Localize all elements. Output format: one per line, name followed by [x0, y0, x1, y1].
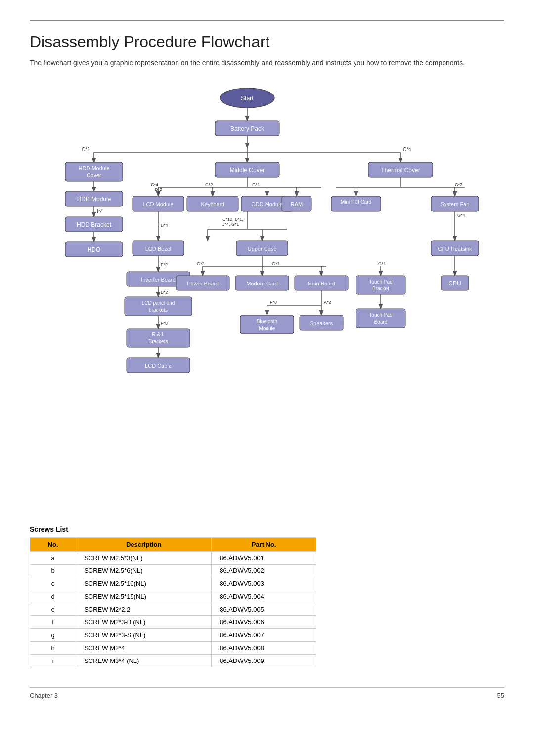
svg-text:Cover: Cover — [87, 172, 101, 178]
svg-text:J*4, G*1: J*4, G*1 — [222, 222, 239, 227]
svg-text:R & L: R & L — [152, 332, 164, 337]
svg-text:F*8: F*8 — [161, 321, 168, 326]
svg-text:RAM: RAM — [291, 201, 303, 207]
svg-text:Board: Board — [374, 319, 388, 325]
table-row: bSCREW M2.5*6(NL)86.ADWV5.002 — [30, 565, 316, 577]
svg-text:C*4: C*4 — [151, 182, 158, 187]
svg-text:G*2: G*2 — [197, 261, 205, 266]
svg-text:I*4: I*4 — [97, 209, 103, 214]
svg-rect-106 — [356, 309, 405, 328]
svg-rect-102 — [125, 297, 192, 316]
svg-rect-111 — [127, 329, 190, 347]
table-row: eSCREW M2*2.286.ADWV5.005 — [30, 603, 316, 616]
svg-text:G*4: G*4 — [457, 213, 465, 218]
svg-text:System Fan: System Fan — [441, 201, 470, 207]
svg-text:C*2: C*2 — [455, 182, 462, 187]
svg-text:CPU Heatsink: CPU Heatsink — [438, 246, 472, 252]
svg-text:brackets: brackets — [149, 307, 168, 313]
svg-text:Touch Pad: Touch Pad — [369, 312, 392, 318]
svg-text:Bluetooth: Bluetooth — [257, 319, 277, 324]
page-subtitle: The flowchart gives you a graphic repres… — [30, 58, 504, 68]
svg-text:LCD panel and: LCD panel and — [142, 300, 175, 306]
svg-text:F*8: F*8 — [270, 300, 277, 305]
svg-text:CPU: CPU — [448, 280, 461, 287]
table-row: fSCREW M2*3-B (NL)86.ADWV5.006 — [30, 616, 316, 629]
svg-text:Touch Pad: Touch Pad — [369, 279, 392, 284]
flowchart: Start Battery Pack C*2 C*4 HDD Module Co… — [30, 83, 504, 506]
svg-text:Battery Pack: Battery Pack — [230, 125, 265, 132]
svg-text:G*2: G*2 — [205, 182, 213, 187]
svg-text:F*2: F*2 — [161, 262, 168, 267]
svg-text:LCD Cable: LCD Cable — [145, 363, 172, 369]
svg-text:Module: Module — [259, 326, 275, 331]
table-row: aSCREW M2.5*3(NL)86.ADWV5.001 — [30, 552, 316, 565]
svg-text:ODD Module: ODD Module — [251, 201, 283, 207]
svg-text:Upper Case: Upper Case — [248, 246, 277, 252]
svg-text:LCD Module: LCD Module — [143, 201, 173, 207]
page-footer: Chapter 3 55 — [30, 687, 504, 699]
svg-text:C*4: C*4 — [403, 147, 411, 152]
svg-text:Modem Card: Modem Card — [246, 281, 278, 286]
svg-text:Speakers: Speakers — [310, 320, 333, 326]
table-row: gSCREW M2*3-S (NL)86.ADWV5.007 — [30, 629, 316, 642]
svg-rect-118 — [240, 315, 294, 334]
screws-section: Screws List No. Description Part No. aSC… — [30, 525, 504, 667]
footer-right: 55 — [497, 692, 504, 699]
page-title: Disassembly Procedure Flowchart — [30, 33, 504, 51]
svg-text:Main Board: Main Board — [308, 281, 335, 286]
col-desc: Description — [76, 538, 212, 552]
svg-text:Power Board: Power Board — [187, 281, 219, 286]
svg-text:B*4: B*4 — [161, 223, 168, 228]
svg-text:Bracket: Bracket — [372, 286, 389, 291]
svg-text:Brackets: Brackets — [149, 339, 168, 344]
screws-title: Screws List — [30, 525, 504, 533]
svg-rect-94 — [356, 276, 405, 294]
flowchart-svg: Start Battery Pack C*2 C*4 HDD Module Co… — [30, 83, 504, 504]
svg-text:C*2: C*2 — [82, 147, 90, 152]
table-row: dSCREW M2.5*15(NL)86.ADWV5.004 — [30, 590, 316, 603]
svg-text:HDD Bracket: HDD Bracket — [77, 221, 112, 228]
top-border — [30, 20, 504, 21]
col-part: Part No. — [212, 538, 316, 552]
svg-text:C*12, B*1,: C*12, B*1, — [222, 217, 243, 222]
table-row: cSCREW M2.5*10(NL)86.ADWV5.003 — [30, 577, 316, 590]
footer-left: Chapter 3 — [30, 692, 58, 699]
svg-text:Mini PCI Card: Mini PCI Card — [341, 199, 371, 205]
svg-text:Start: Start — [241, 95, 254, 102]
table-row: hSCREW M2*486.ADWV5.008 — [30, 642, 316, 655]
svg-text:HDD Module: HDD Module — [79, 165, 110, 171]
svg-text:G*1: G*1 — [252, 182, 260, 187]
svg-text:G*1: G*1 — [272, 261, 280, 266]
svg-text:HDD Module: HDD Module — [77, 196, 111, 203]
svg-text:A*2: A*2 — [324, 300, 331, 305]
svg-text:G*1: G*1 — [378, 261, 386, 266]
svg-text:B*2: B*2 — [161, 290, 168, 295]
svg-text:LCD Bezel: LCD Bezel — [145, 246, 172, 252]
svg-text:Inverter Board: Inverter Board — [141, 277, 176, 283]
table-row: iSCREW M3*4 (NL)86.ADWV5.009 — [30, 655, 316, 667]
svg-text:HDO: HDO — [88, 246, 101, 253]
svg-text:Keyboard: Keyboard — [201, 201, 224, 207]
screws-table: No. Description Part No. aSCREW M2.5*3(N… — [30, 537, 316, 667]
svg-text:Middle Cover: Middle Cover — [230, 167, 265, 174]
col-no: No. — [30, 538, 76, 552]
svg-text:Thermal Cover: Thermal Cover — [381, 167, 420, 174]
